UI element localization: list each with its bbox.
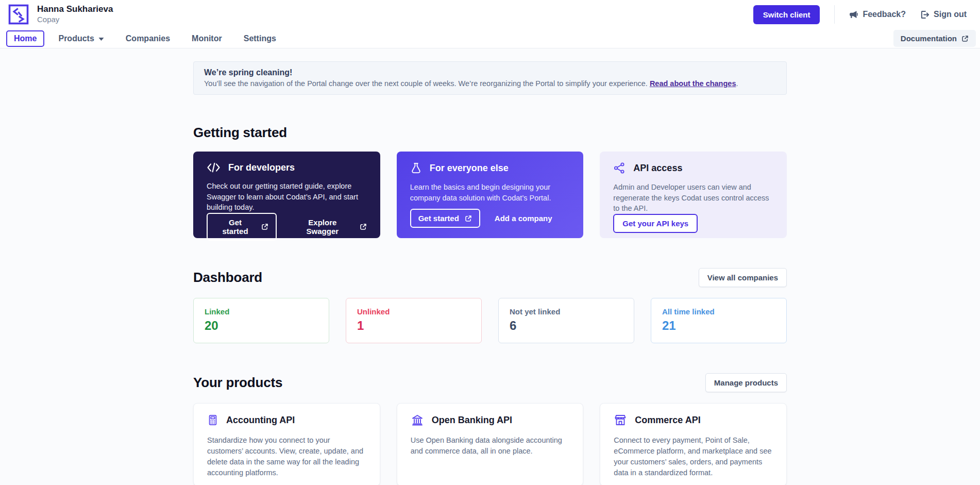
card-head: For everyone else (410, 162, 570, 174)
product-cards: Accounting API Standardize how you conne… (193, 403, 787, 485)
documentation-label: Documentation (901, 34, 957, 43)
megaphone-icon (849, 10, 858, 19)
stat-value: 1 (357, 319, 470, 333)
main-content: We’re spring cleaning! You’ll see the na… (193, 61, 787, 485)
getting-started-heading: Getting started (193, 125, 787, 141)
your-products-heading: Your products (193, 375, 282, 391)
dashboard-section: Dashboard View all companies Linked 20 U… (193, 268, 787, 343)
stat-card-linked: Linked 20 (193, 298, 329, 343)
sign-out-button[interactable]: Sign out (920, 10, 967, 19)
stat-label: Not yet linked (510, 307, 623, 316)
accounting-api-card: Accounting API Standardize how you conne… (193, 403, 380, 485)
card-actions: Get started Explore Swagger (207, 213, 367, 241)
nav-item-products[interactable]: Products (50, 30, 111, 47)
card-body-text: Admin and Developer users can view and r… (613, 182, 773, 214)
dashboard-heading-row: Dashboard View all companies (193, 268, 787, 287)
stat-value: 21 (662, 319, 775, 333)
storefront-icon (614, 414, 627, 426)
add-a-company-button[interactable]: Add a company (495, 214, 552, 223)
chevron-down-icon (98, 37, 104, 41)
card-actions: Get your API keys (613, 214, 773, 233)
card-title: Commerce API (635, 415, 700, 426)
header-left: Hanna Sukharieva Copay (8, 4, 113, 25)
feedback-label: Feedback? (863, 10, 906, 19)
card-head: For developers (207, 162, 367, 173)
card-title: Open Banking API (432, 415, 512, 426)
card-head: Commerce API (614, 414, 773, 426)
stat-value: 6 (510, 319, 623, 333)
card-body-text: Check out our getting started guide, exp… (207, 181, 367, 213)
share-nodes-icon (613, 162, 626, 174)
getting-started-section: Getting started For developers Check out… (193, 125, 787, 238)
products-heading-row: Your products Manage products (193, 373, 787, 392)
sign-out-label: Sign out (934, 10, 967, 19)
switch-client-button[interactable]: Switch client (753, 5, 820, 24)
get-started-label: Get started (215, 218, 256, 236)
external-link-icon (261, 223, 268, 230)
dashboard-stats: Linked 20 Unlinked 1 Not yet linked 6 Al… (193, 298, 787, 343)
dashboard-heading: Dashboard (193, 270, 262, 286)
nav-item-settings[interactable]: Settings (236, 30, 284, 47)
card-head: API access (613, 162, 773, 174)
banner-title: We’re spring cleaning! (204, 68, 776, 77)
commerce-api-card: Commerce API Connect to every payment, P… (600, 403, 787, 485)
external-link-icon (465, 215, 472, 222)
card-title: For everyone else (430, 163, 509, 174)
codat-logo-icon[interactable] (8, 4, 29, 25)
view-all-companies-button[interactable]: View all companies (699, 268, 787, 287)
flask-icon (410, 162, 422, 174)
sign-out-icon (920, 10, 929, 19)
card-title: Accounting API (226, 415, 295, 426)
user-block: Hanna Sukharieva Copay (37, 4, 113, 24)
card-body-text: Learn the basics and begin designing you… (410, 182, 570, 203)
stat-label: Linked (205, 307, 318, 316)
user-name: Hanna Sukharieva (37, 4, 113, 14)
feedback-button[interactable]: Feedback? (849, 10, 906, 19)
getting-started-cards: For developers Check out our getting sta… (193, 152, 787, 238)
code-icon (207, 162, 221, 173)
your-products-section: Your products Manage products Accounting… (193, 373, 787, 485)
stat-card-not-yet-linked: Not yet linked 6 (498, 298, 634, 343)
card-body-text: Use Open Banking data alongside accounti… (411, 435, 570, 457)
nav-item-home[interactable]: Home (6, 30, 44, 47)
banner-body-text: You’ll see the navigation of the Portal … (204, 79, 650, 88)
get-started-label: Get started (418, 214, 459, 223)
explore-swagger-button[interactable]: Explore Swagger (291, 218, 367, 236)
app-header: Hanna Sukharieva Copay Switch client Fee… (0, 0, 980, 29)
primary-nav: Home Products Companies Monitor Settings… (0, 29, 980, 48)
calculator-icon (207, 414, 218, 426)
external-link-icon (360, 223, 367, 230)
manage-products-button[interactable]: Manage products (705, 373, 787, 392)
open-banking-api-card: Open Banking API Use Open Banking data a… (397, 403, 584, 485)
stat-label: Unlinked (357, 307, 470, 316)
card-body-text: Standardize how you connect to your cust… (207, 435, 366, 478)
bank-icon (411, 414, 424, 426)
card-head: Open Banking API (411, 414, 570, 426)
explore-swagger-label: Explore Swagger (291, 218, 354, 236)
read-about-changes-link[interactable]: Read about the changes (650, 79, 736, 88)
documentation-link[interactable]: Documentation (893, 30, 976, 47)
stat-card-all-time-linked: All time linked 21 (651, 298, 787, 343)
external-link-icon (961, 35, 969, 42)
announcement-banner: We’re spring cleaning! You’ll see the na… (193, 61, 787, 95)
get-started-button[interactable]: Get started (410, 209, 480, 228)
get-api-keys-button[interactable]: Get your API keys (613, 214, 698, 233)
card-actions: Get started Add a company (410, 209, 570, 228)
header-divider (834, 5, 835, 24)
card-title: API access (633, 163, 682, 174)
client-name: Copay (37, 15, 113, 25)
header-right: Switch client Feedback? Sign out (753, 5, 967, 24)
stat-label: All time linked (662, 307, 775, 316)
banner-suffix: . (736, 79, 738, 88)
nav-item-companies[interactable]: Companies (118, 30, 178, 47)
nav-item-monitor[interactable]: Monitor (184, 30, 230, 47)
nav-left: Home Products Companies Monitor Settings (6, 29, 284, 48)
card-body-text: Connect to every payment, Point of Sale,… (614, 435, 773, 478)
card-head: Accounting API (207, 414, 366, 426)
nav-item-products-label: Products (58, 34, 94, 43)
get-started-button[interactable]: Get started (207, 213, 277, 241)
card-title: For developers (228, 162, 295, 173)
add-a-company-label: Add a company (495, 214, 552, 223)
for-everyone-else-card: For everyone else Learn the basics and b… (397, 152, 584, 238)
stat-card-unlinked: Unlinked 1 (346, 298, 482, 343)
